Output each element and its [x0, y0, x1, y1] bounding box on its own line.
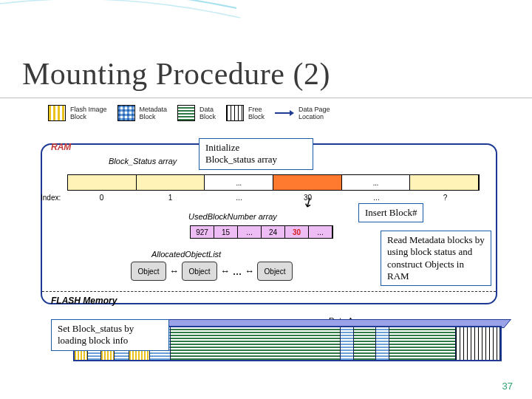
used-cell: 24	[262, 226, 285, 238]
legend-data-page-location: Data Page Location	[275, 106, 330, 120]
page-number: 37	[502, 381, 513, 392]
allocated-object-list-label: AllocatedObjectList	[151, 250, 221, 259]
used-block-label: UsedBlockNumber array	[188, 212, 277, 221]
object-node: Object	[257, 262, 293, 281]
title-underline	[0, 98, 532, 98]
used-cell-highlight: 30	[285, 226, 309, 238]
ram-label: RAM	[51, 142, 71, 152]
bsa-cell	[137, 175, 205, 190]
diagram-area: Flash Image Block Metadata Block Data Bl…	[41, 105, 499, 371]
used-cell: 927	[191, 226, 214, 238]
used-cell: ...	[309, 226, 332, 238]
swatch-data	[177, 105, 195, 121]
callout-read-metadata: Read Metadata blocks by using block stat…	[381, 231, 491, 286]
flash-seg-free	[456, 327, 500, 360]
used-cell: 15	[214, 226, 238, 238]
double-arrow-icon: ↔	[169, 265, 179, 277]
index-label: Index:	[41, 194, 61, 202]
arrow-icon	[275, 109, 294, 117]
index-value: ...	[205, 194, 273, 202]
swatch-free	[226, 105, 244, 121]
svg-marker-1	[290, 110, 294, 116]
flash-seg-data	[171, 327, 341, 360]
flash-seg-data	[354, 327, 376, 360]
index-value: ?	[411, 194, 480, 202]
flash-memory-label: FLASH Memory	[51, 296, 117, 306]
index-value: 1	[136, 194, 205, 202]
allocated-object-list: Object ↔ Object ↔ ... ↔ Object	[131, 262, 293, 281]
legend-label: Metadata Block	[140, 106, 168, 120]
bsa-cell	[410, 175, 479, 190]
callout-set-block-status: Set Block_status by loading block info	[51, 319, 169, 351]
bsa-ellipsis: ...	[342, 175, 411, 190]
flash-seg-metadata	[341, 327, 354, 360]
legend-data-block: Data Block	[177, 105, 216, 121]
legend-label: Free Block	[248, 106, 265, 120]
slide-title: Mounting Procedure (2)	[22, 56, 330, 92]
object-node: Object	[131, 262, 166, 281]
used-block-array: 927 15 ... 24 30 ...	[190, 225, 333, 239]
legend-label: Data Block	[200, 106, 216, 120]
legend-flash-image-block: Flash Image Block	[48, 105, 107, 121]
index-value: ...	[342, 194, 411, 202]
swatch-flash-image	[48, 105, 66, 121]
index-value: 0	[67, 194, 136, 202]
block-status-label: Block_Status array	[109, 157, 177, 166]
legend-metadata-block: Metadata Block	[117, 105, 168, 121]
legend-free-block: Free Block	[226, 105, 265, 121]
bsa-ellipsis: ...	[205, 175, 273, 190]
ellipsis: ...	[233, 265, 242, 278]
object-node: Object	[182, 262, 217, 281]
index-row: 0 1 ... 30 ... ?	[67, 194, 480, 202]
legend: Flash Image Block Metadata Block Data Bl…	[48, 105, 499, 121]
double-arrow-icon: ↔	[245, 265, 254, 277]
bsa-cell	[68, 175, 137, 190]
callout-insert-block: Insert Block#	[358, 203, 423, 222]
flash-seg-data	[389, 327, 456, 360]
double-arrow-icon: ↔	[220, 265, 230, 277]
callout-initialize: Initialize Block_status array	[199, 138, 313, 170]
legend-label: Flash Image Block	[70, 106, 107, 120]
block-status-array: ... ...	[67, 174, 480, 191]
ram-flash-divider	[42, 291, 496, 292]
bsa-cell-highlight	[273, 175, 342, 190]
legend-label: Data Page Location	[299, 106, 330, 120]
used-cell: ...	[238, 226, 262, 238]
flash-seg-metadata	[376, 327, 389, 360]
swatch-metadata	[117, 105, 135, 121]
